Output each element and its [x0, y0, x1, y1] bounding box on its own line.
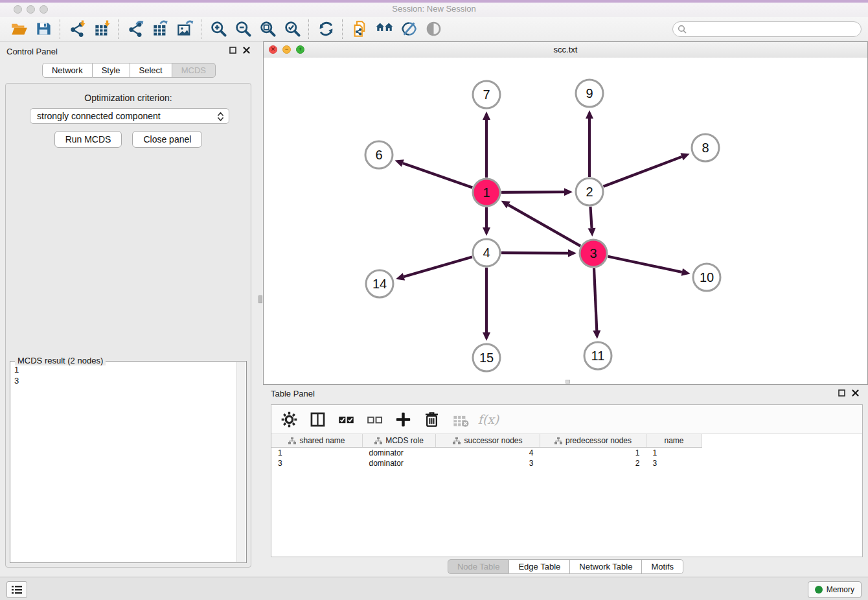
column-header-MCDS-role[interactable]: MCDS role	[363, 434, 436, 448]
tab-mcds[interactable]: MCDS	[172, 63, 216, 78]
column-header-name[interactable]: name	[646, 434, 702, 448]
close-panel-button[interactable]: Close panel	[132, 131, 202, 148]
add-row-button[interactable]	[392, 408, 414, 430]
function-builder-icon: f(x)	[478, 412, 499, 426]
network-view-window: ✕ − + scc.txt 7968124314101511	[263, 41, 868, 385]
show-columns-button[interactable]	[306, 408, 328, 430]
tab-motifs[interactable]: Motifs	[642, 559, 683, 574]
table-cell[interactable]: 2	[540, 458, 646, 468]
column-header-label: predecessor nodes	[565, 436, 632, 445]
memory-button-label: Memory	[827, 585, 854, 594]
column-header-predecessor-nodes[interactable]: predecessor nodes	[540, 434, 646, 448]
table-cell[interactable]: dominator	[363, 458, 436, 468]
delete-row-button[interactable]	[420, 408, 442, 430]
arrowhead-icon	[568, 249, 577, 257]
export-table-icon	[152, 20, 169, 38]
run-mcds-button[interactable]: Run MCDS	[54, 131, 122, 148]
graph-edge-4-3[interactable]	[501, 253, 568, 253]
table-panel-tabs: Node TableEdge TableNetwork TableMotifs	[263, 559, 868, 574]
close-panel-icon[interactable]	[243, 47, 250, 54]
close-table-panel-icon[interactable]	[852, 389, 859, 397]
table-cell[interactable]: 3	[436, 458, 540, 468]
export-table-button[interactable]	[148, 19, 172, 40]
table-cell[interactable]: 4	[436, 448, 540, 459]
divider-handle-icon[interactable]	[258, 295, 262, 303]
graph-edge-3-11[interactable]	[594, 268, 597, 330]
unselect-all-columns-button[interactable]	[363, 408, 385, 430]
tab-style[interactable]: Style	[93, 63, 130, 78]
preview-icon	[425, 20, 442, 38]
network-window-titlebar[interactable]: ✕ − + scc.txt	[264, 42, 867, 58]
table-options-icon	[280, 411, 298, 428]
network-graph[interactable]: 7968124314101511	[264, 58, 867, 384]
arrowhead-icon	[588, 228, 596, 237]
toolbar-separator	[60, 19, 61, 39]
table-options-button[interactable]	[278, 408, 300, 430]
select-all-columns-button[interactable]	[335, 408, 357, 430]
table-cell[interactable]: 1	[646, 448, 702, 459]
table-cell[interactable]: 1	[271, 448, 363, 459]
mcds-result-legend: MCDS result (2 nodes)	[15, 356, 106, 365]
float-table-panel-icon[interactable]	[838, 389, 845, 397]
window-titlebar: Session: New Session	[0, 0, 868, 17]
arrowhead-icon	[593, 330, 600, 339]
first-neighbors-button[interactable]	[372, 19, 396, 40]
mcds-panel: Optimization criterion: strongly connect…	[5, 83, 251, 568]
canvas-resize-handle[interactable]	[565, 380, 570, 384]
clone-network-button[interactable]	[347, 19, 372, 40]
column-header-shared-name[interactable]: shared name	[271, 434, 363, 448]
show-columns-icon	[309, 411, 326, 428]
import-table-icon	[93, 20, 111, 38]
memory-button[interactable]: Memory	[808, 581, 862, 598]
zoom-out-button[interactable]	[231, 19, 255, 40]
task-history-button[interactable]	[6, 581, 27, 598]
export-network-button[interactable]	[123, 19, 148, 40]
graph-edge-4-14[interactable]	[404, 257, 472, 277]
column-header-label: shared name	[299, 436, 345, 445]
zoom-in-button[interactable]	[206, 19, 231, 40]
graph-edge-3-1[interactable]	[508, 205, 580, 246]
table-toolbar: f(x)	[271, 405, 862, 434]
tab-edge-table[interactable]: Edge Table	[509, 559, 570, 574]
table-row[interactable]: 3dominator323	[271, 458, 702, 468]
tab-network[interactable]: Network	[42, 63, 93, 78]
arrowhead-icon	[586, 110, 593, 119]
preview-button[interactable]	[421, 19, 446, 40]
tab-select[interactable]: Select	[130, 63, 172, 78]
table-row[interactable]: 1dominator411	[271, 448, 702, 459]
import-network-button[interactable]	[65, 19, 89, 40]
table-cell[interactable]: dominator	[363, 448, 436, 459]
table-cell[interactable]: 1	[540, 448, 646, 459]
zoom-fit-icon	[259, 20, 277, 38]
save-session-button[interactable]	[31, 19, 56, 40]
table-cell[interactable]: 3	[271, 458, 363, 468]
criterion-dropdown[interactable]: strongly connected component	[30, 108, 229, 124]
arrowhead-icon	[483, 227, 490, 236]
graph-edge-1-2[interactable]	[501, 192, 564, 192]
control-panel-tabs: NetworkStyleSelectMCDS	[0, 63, 258, 78]
result-scrollbar[interactable]	[236, 362, 246, 562]
import-table-button[interactable]	[89, 19, 114, 40]
titlebar-accent-stripe	[0, 0, 868, 3]
graph-edge-2-3[interactable]	[590, 207, 591, 228]
status-bar: Memory	[0, 577, 868, 600]
graph-edge-2-8[interactable]	[604, 157, 682, 187]
table-panel-content: f(x) shared nameMCDS rolesuccessor nodes…	[271, 404, 863, 557]
export-image-button[interactable]	[172, 19, 197, 40]
apply-layout-button[interactable]	[314, 19, 338, 40]
zoom-selected-button[interactable]	[280, 19, 304, 40]
tab-network-table[interactable]: Network Table	[570, 559, 642, 574]
tab-node-table[interactable]: Node Table	[448, 559, 510, 574]
table-cell[interactable]: 3	[646, 458, 702, 468]
float-panel-icon[interactable]	[229, 47, 236, 54]
network-canvas[interactable]: 7968124314101511	[264, 58, 867, 384]
panel-divider[interactable]	[258, 41, 263, 577]
graph-edge-3-10[interactable]	[608, 257, 682, 272]
show-hide-button[interactable]	[396, 19, 421, 40]
column-header-successor-nodes[interactable]: successor nodes	[436, 434, 540, 448]
graph-node-label-4: 4	[483, 246, 490, 260]
zoom-fit-button[interactable]	[255, 19, 280, 40]
open-session-button[interactable]	[6, 19, 31, 40]
graph-edge-1-6[interactable]	[403, 163, 472, 188]
search-input[interactable]	[672, 21, 862, 37]
